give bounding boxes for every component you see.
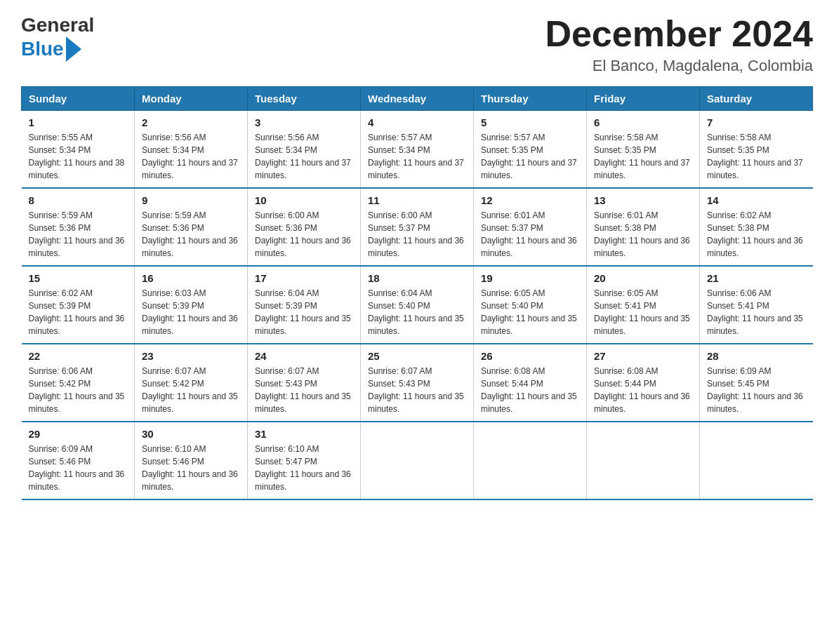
day-info: Sunrise: 6:09 AMSunset: 5:46 PMDaylight:… (29, 443, 128, 493)
table-row: 10 Sunrise: 6:00 AMSunset: 5:36 PMDaylig… (248, 188, 361, 266)
day-number: 9 (142, 194, 240, 206)
table-row: 21 Sunrise: 6:06 AMSunset: 5:41 PMDaylig… (700, 266, 813, 344)
day-number: 11 (368, 194, 466, 206)
day-info: Sunrise: 6:04 AMSunset: 5:39 PMDaylight:… (255, 287, 353, 337)
day-info: Sunrise: 5:57 AMSunset: 5:35 PMDaylight:… (481, 131, 579, 182)
day-number: 3 (255, 116, 353, 128)
month-title: December 2024 (545, 14, 813, 54)
day-number: 29 (29, 428, 128, 440)
day-info: Sunrise: 6:06 AMSunset: 5:41 PMDaylight:… (707, 287, 806, 337)
header-wednesday: Wednesday (361, 87, 474, 111)
table-row: 8 Sunrise: 5:59 AMSunset: 5:36 PMDayligh… (22, 188, 135, 266)
day-number: 21 (707, 272, 806, 284)
day-info: Sunrise: 6:05 AMSunset: 5:40 PMDaylight:… (481, 287, 579, 337)
day-info: Sunrise: 6:06 AMSunset: 5:42 PMDaylight:… (29, 365, 128, 415)
calendar-header-row: Sunday Monday Tuesday Wednesday Thursday… (22, 87, 813, 111)
day-info: Sunrise: 6:04 AMSunset: 5:40 PMDaylight:… (368, 287, 466, 337)
table-row: 12 Sunrise: 6:01 AMSunset: 5:37 PMDaylig… (474, 188, 587, 266)
table-row (587, 422, 700, 499)
day-info: Sunrise: 5:55 AMSunset: 5:34 PMDaylight:… (29, 131, 128, 182)
table-row: 20 Sunrise: 6:05 AMSunset: 5:41 PMDaylig… (587, 266, 700, 344)
day-info: Sunrise: 6:07 AMSunset: 5:43 PMDaylight:… (368, 365, 466, 415)
table-row: 18 Sunrise: 6:04 AMSunset: 5:40 PMDaylig… (361, 266, 474, 344)
calendar-week-row: 15 Sunrise: 6:02 AMSunset: 5:39 PMDaylig… (22, 266, 813, 344)
day-info: Sunrise: 6:02 AMSunset: 5:39 PMDaylight:… (29, 287, 128, 337)
day-info: Sunrise: 6:01 AMSunset: 5:38 PMDaylight:… (594, 209, 692, 260)
day-info: Sunrise: 5:56 AMSunset: 5:34 PMDaylight:… (255, 131, 353, 182)
day-info: Sunrise: 6:00 AMSunset: 5:36 PMDaylight:… (255, 209, 353, 260)
table-row: 15 Sunrise: 6:02 AMSunset: 5:39 PMDaylig… (22, 266, 135, 344)
day-info: Sunrise: 5:58 AMSunset: 5:35 PMDaylight:… (594, 131, 692, 182)
day-number: 27 (594, 350, 692, 362)
day-info: Sunrise: 6:03 AMSunset: 5:39 PMDaylight:… (142, 287, 240, 337)
day-info: Sunrise: 6:07 AMSunset: 5:43 PMDaylight:… (255, 365, 353, 415)
table-row: 22 Sunrise: 6:06 AMSunset: 5:42 PMDaylig… (22, 344, 135, 422)
table-row: 31 Sunrise: 6:10 AMSunset: 5:47 PMDaylig… (248, 422, 361, 499)
table-row: 14 Sunrise: 6:02 AMSunset: 5:38 PMDaylig… (700, 188, 813, 266)
day-number: 18 (368, 272, 466, 284)
header-tuesday: Tuesday (248, 87, 361, 111)
table-row: 24 Sunrise: 6:07 AMSunset: 5:43 PMDaylig… (248, 344, 361, 422)
day-info: Sunrise: 5:56 AMSunset: 5:34 PMDaylight:… (142, 131, 240, 182)
day-number: 19 (481, 272, 579, 284)
day-number: 4 (368, 116, 466, 128)
header-friday: Friday (587, 87, 700, 111)
day-number: 25 (368, 350, 466, 362)
table-row: 29 Sunrise: 6:09 AMSunset: 5:46 PMDaylig… (22, 422, 135, 499)
table-row: 16 Sunrise: 6:03 AMSunset: 5:39 PMDaylig… (135, 266, 248, 344)
table-row: 5 Sunrise: 5:57 AMSunset: 5:35 PMDayligh… (474, 111, 587, 189)
table-row: 27 Sunrise: 6:08 AMSunset: 5:44 PMDaylig… (587, 344, 700, 422)
table-row (474, 422, 587, 499)
day-number: 30 (142, 428, 240, 440)
day-number: 22 (29, 350, 128, 362)
day-number: 14 (707, 194, 806, 206)
day-number: 26 (481, 350, 579, 362)
day-info: Sunrise: 6:10 AMSunset: 5:47 PMDaylight:… (255, 443, 353, 493)
day-info: Sunrise: 6:08 AMSunset: 5:44 PMDaylight:… (594, 365, 692, 415)
day-number: 13 (594, 194, 692, 206)
location-title: El Banco, Magdalena, Colombia (545, 57, 813, 75)
day-number: 8 (29, 194, 128, 206)
day-number: 31 (255, 428, 353, 440)
table-row (361, 422, 474, 499)
logo-blue-text: Blue (21, 38, 64, 60)
day-number: 28 (707, 350, 806, 362)
day-number: 23 (142, 350, 240, 362)
header-sunday: Sunday (22, 87, 135, 111)
day-number: 17 (255, 272, 353, 284)
day-info: Sunrise: 5:59 AMSunset: 5:36 PMDaylight:… (142, 209, 240, 260)
day-info: Sunrise: 6:10 AMSunset: 5:46 PMDaylight:… (142, 443, 240, 493)
calendar-week-row: 22 Sunrise: 6:06 AMSunset: 5:42 PMDaylig… (22, 344, 813, 422)
header-monday: Monday (135, 87, 248, 111)
day-number: 10 (255, 194, 353, 206)
day-info: Sunrise: 5:58 AMSunset: 5:35 PMDaylight:… (707, 131, 806, 182)
table-row: 6 Sunrise: 5:58 AMSunset: 5:35 PMDayligh… (587, 111, 700, 189)
day-number: 2 (142, 116, 240, 128)
table-row: 9 Sunrise: 5:59 AMSunset: 5:36 PMDayligh… (135, 188, 248, 266)
table-row: 23 Sunrise: 6:07 AMSunset: 5:42 PMDaylig… (135, 344, 248, 422)
table-row: 7 Sunrise: 5:58 AMSunset: 5:35 PMDayligh… (700, 111, 813, 189)
day-number: 20 (594, 272, 692, 284)
logo-triangle-icon (66, 36, 81, 62)
day-info: Sunrise: 6:08 AMSunset: 5:44 PMDaylight:… (481, 365, 579, 415)
table-row: 11 Sunrise: 6:00 AMSunset: 5:37 PMDaylig… (361, 188, 474, 266)
day-info: Sunrise: 6:09 AMSunset: 5:45 PMDaylight:… (707, 365, 806, 415)
table-row: 17 Sunrise: 6:04 AMSunset: 5:39 PMDaylig… (248, 266, 361, 344)
table-row: 1 Sunrise: 5:55 AMSunset: 5:34 PMDayligh… (22, 111, 135, 189)
day-number: 12 (481, 194, 579, 206)
header-thursday: Thursday (474, 87, 587, 111)
day-number: 6 (594, 116, 692, 128)
day-number: 24 (255, 350, 353, 362)
day-info: Sunrise: 6:02 AMSunset: 5:38 PMDaylight:… (707, 209, 806, 260)
page-header: General Blue December 2024 El Banco, Mag… (21, 14, 813, 75)
day-number: 5 (481, 116, 579, 128)
table-row: 30 Sunrise: 6:10 AMSunset: 5:46 PMDaylig… (135, 422, 248, 499)
table-row: 26 Sunrise: 6:08 AMSunset: 5:44 PMDaylig… (474, 344, 587, 422)
table-row: 4 Sunrise: 5:57 AMSunset: 5:34 PMDayligh… (361, 111, 474, 189)
table-row: 25 Sunrise: 6:07 AMSunset: 5:43 PMDaylig… (361, 344, 474, 422)
day-info: Sunrise: 6:00 AMSunset: 5:37 PMDaylight:… (368, 209, 466, 260)
day-number: 16 (142, 272, 240, 284)
calendar-week-row: 1 Sunrise: 5:55 AMSunset: 5:34 PMDayligh… (22, 111, 813, 189)
table-row: 13 Sunrise: 6:01 AMSunset: 5:38 PMDaylig… (587, 188, 700, 266)
logo-general-text: General (21, 14, 94, 36)
